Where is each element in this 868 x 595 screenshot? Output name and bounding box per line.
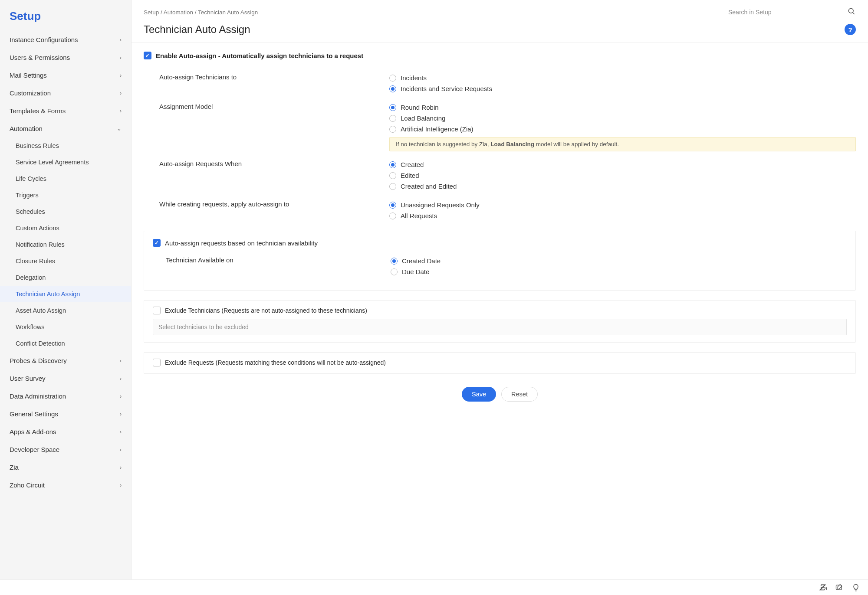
radio-icon — [389, 172, 396, 179]
sidebar-item-automation[interactable]: Automation⌄ — [0, 120, 131, 137]
sidebar-subitem-technician-auto-assign[interactable]: Technician Auto Assign — [0, 286, 131, 302]
reset-button[interactable]: Reset — [501, 387, 538, 402]
zia-icon[interactable]: ƵA — [819, 583, 827, 592]
breadcrumb-automation[interactable]: Automation — [164, 9, 193, 16]
radio-label: Load Balancing — [401, 114, 445, 122]
sidebar-item-apps-add-ons[interactable]: Apps & Add-ons› — [0, 423, 131, 441]
radio-label: Edited — [401, 172, 419, 179]
radio-icon — [389, 161, 396, 168]
actions: Save Reset — [144, 387, 856, 402]
radio-icon — [389, 202, 396, 209]
sidebar-item-label: Users & Permissions — [10, 54, 70, 61]
sidebar-subitem-asset-auto-assign[interactable]: Asset Auto Assign — [0, 302, 131, 319]
radio-option-load-balancing[interactable]: Load Balancing — [389, 113, 856, 124]
chevron-right-icon: › — [120, 36, 122, 43]
radio-option-edited[interactable]: Edited — [389, 170, 856, 181]
sidebar-item-instance-configurations[interactable]: Instance Configurations› — [0, 31, 131, 49]
sidebar-item-label: Zoho Circuit — [10, 481, 45, 489]
label-while-creating: While creating requests, apply auto-assi… — [159, 199, 389, 208]
enable-auto-assign-checkbox[interactable] — [144, 52, 151, 59]
radio-label: Created — [401, 161, 424, 168]
radio-option-incidents[interactable]: Incidents — [389, 72, 856, 83]
radio-option-all-requests[interactable]: All Requests — [389, 210, 856, 221]
search-icon[interactable] — [847, 7, 856, 16]
sidebar-subitem-life-cycles[interactable]: Life Cycles — [0, 170, 131, 187]
radio-option-created-and-edited[interactable]: Created and Edited — [389, 181, 856, 192]
radio-label: Incidents — [401, 74, 427, 82]
radio-option-created[interactable]: Created — [389, 159, 856, 170]
exclude-technicians-card: Exclude Technicians (Requests are not au… — [144, 300, 856, 343]
exclude-requests-label: Exclude Requests (Requests matching thes… — [165, 359, 386, 366]
label-auto-assign-when: Auto-assign Requests When — [159, 159, 389, 167]
chevron-right-icon: › — [120, 464, 122, 471]
radio-option-artificial-intelligence-zia-[interactable]: Artificial Intelligence (Zia) — [389, 124, 856, 134]
sidebar-item-label: Apps & Add-ons — [10, 428, 56, 435]
radio-label: Incidents and Service Requests — [401, 85, 492, 92]
exclude-technicians-checkbox[interactable] — [153, 307, 161, 314]
chevron-right-icon: › — [120, 357, 122, 364]
radio-icon — [389, 183, 396, 190]
edit-icon[interactable] — [835, 583, 844, 592]
radio-option-created-date[interactable]: Created Date — [391, 255, 847, 266]
availability-checkbox[interactable] — [153, 239, 161, 247]
sidebar-item-customization[interactable]: Customization› — [0, 84, 131, 102]
sidebar-item-label: Customization — [10, 89, 51, 97]
breadcrumb-setup[interactable]: Setup — [144, 9, 159, 16]
radio-icon — [389, 104, 396, 111]
radio-label: Created Date — [402, 257, 441, 265]
chevron-right-icon: › — [120, 72, 122, 78]
main: Setup / Automation / Technician Auto Ass… — [132, 0, 868, 595]
search-input[interactable] — [726, 6, 856, 18]
radio-icon — [389, 85, 396, 92]
sidebar-item-label: Mail Settings — [10, 72, 47, 79]
sidebar-subitem-closure-rules[interactable]: Closure Rules — [0, 253, 131, 269]
radio-icon — [389, 212, 396, 219]
zia-alert: If no technician is suggested by Zia, Lo… — [389, 137, 856, 151]
exclude-requests-checkbox[interactable] — [153, 359, 161, 366]
sidebar-subitem-custom-actions[interactable]: Custom Actions — [0, 220, 131, 236]
sidebar-subitem-schedules[interactable]: Schedules — [0, 203, 131, 220]
page-header: Technician Auto Assign ? — [132, 21, 868, 43]
sidebar-subitem-triggers[interactable]: Triggers — [0, 187, 131, 203]
sidebar-subitem-workflows[interactable]: Workflows — [0, 319, 131, 335]
sidebar-subitem-service-level-agreements[interactable]: Service Level Agreements — [0, 154, 131, 170]
help-icon[interactable]: ? — [845, 24, 856, 35]
sidebar-item-templates-forms[interactable]: Templates & Forms› — [0, 102, 131, 120]
sidebar-item-probes-discovery[interactable]: Probes & Discovery› — [0, 352, 131, 369]
svg-line-1 — [853, 13, 855, 14]
row-auto-assign-when: Auto-assign Requests When CreatedEditedC… — [144, 155, 856, 195]
sidebar-subitem-notification-rules[interactable]: Notification Rules — [0, 236, 131, 253]
sidebar-item-general-settings[interactable]: General Settings› — [0, 405, 131, 423]
save-button[interactable]: Save — [462, 387, 496, 402]
radio-icon — [389, 115, 396, 122]
sidebar-item-mail-settings[interactable]: Mail Settings› — [0, 66, 131, 84]
radio-icon — [391, 258, 398, 265]
radio-label: Due Date — [402, 268, 429, 275]
exclude-technicians-label: Exclude Technicians (Requests are not au… — [165, 307, 367, 314]
sidebar-item-users-permissions[interactable]: Users & Permissions› — [0, 49, 131, 66]
sidebar-subitem-business-rules[interactable]: Business Rules — [0, 137, 131, 154]
radio-option-round-robin[interactable]: Round Robin — [389, 102, 856, 113]
radio-label: Created and Edited — [401, 183, 457, 190]
radio-option-due-date[interactable]: Due Date — [391, 266, 847, 277]
breadcrumb-current: Technician Auto Assign — [198, 9, 258, 16]
sidebar-item-user-survey[interactable]: User Survey› — [0, 369, 131, 387]
exclude-technicians-select[interactable]: Select technicians to be excluded — [153, 319, 847, 335]
radio-option-unassigned-requests-only[interactable]: Unassigned Requests Only — [389, 199, 856, 210]
sidebar-item-zoho-circuit[interactable]: Zoho Circuit› — [0, 476, 131, 494]
sidebar-subitem-conflict-detection[interactable]: Conflict Detection — [0, 335, 131, 352]
radio-label: All Requests — [401, 212, 437, 219]
enable-auto-assign-label: Enable Auto-assign - Automatically assig… — [156, 52, 363, 59]
tips-icon[interactable] — [852, 583, 860, 592]
radio-option-incidents-and-service-requests[interactable]: Incidents and Service Requests — [389, 83, 856, 94]
sidebar-item-developer-space[interactable]: Developer Space› — [0, 441, 131, 458]
sidebar-item-label: Data Administration — [10, 392, 66, 400]
chevron-right-icon: › — [120, 482, 122, 488]
chevron-right-icon: › — [120, 375, 122, 382]
enable-auto-assign-row: Enable Auto-assign - Automatically assig… — [144, 52, 856, 59]
label-auto-assign-to: Auto-assign Technicians to — [159, 72, 389, 81]
sidebar-item-data-administration[interactable]: Data Administration› — [0, 387, 131, 405]
sidebar-subitem-delegation[interactable]: Delegation — [0, 269, 131, 286]
sidebar-item-zia[interactable]: Zia› — [0, 458, 131, 476]
row-auto-assign-to: Auto-assign Technicians to IncidentsInci… — [144, 68, 856, 98]
